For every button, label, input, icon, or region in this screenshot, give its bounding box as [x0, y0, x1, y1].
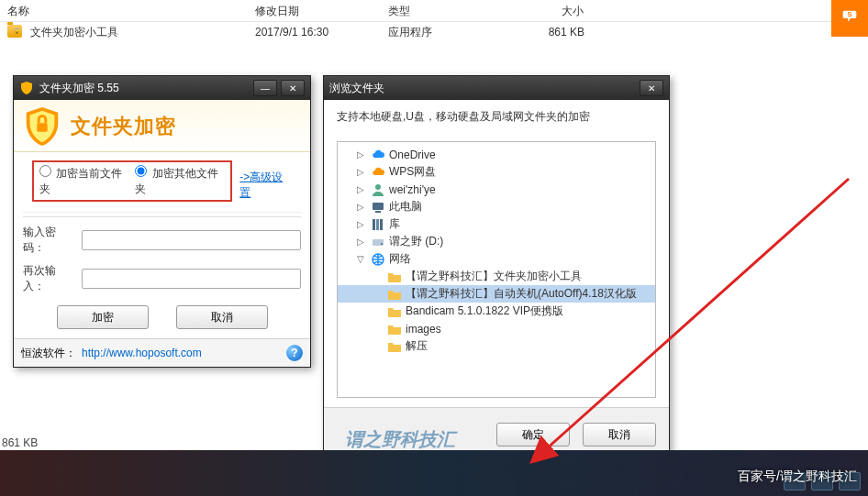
expand-toggle[interactable]: ▷ [354, 184, 367, 194]
cancel-button[interactable]: 取消 [583, 423, 656, 446]
folder-icon [387, 270, 402, 284]
svg-rect-3 [373, 203, 384, 210]
tree-item[interactable]: ▷库 [338, 215, 655, 233]
tree-item[interactable]: Bandicam 5.1.0.1822 VIP便携版 [338, 303, 655, 320]
expand-toggle[interactable]: ▷ [354, 202, 367, 212]
tree-item-label: WPS网盘 [389, 164, 441, 180]
svg-point-2 [375, 184, 381, 190]
folder-tree[interactable]: ▷OneDrive▷WPS网盘▷wei'zhi'ye▷此电脑▷库▷谓之野 (D:… [337, 141, 656, 398]
side-app-icon[interactable]: S [831, 0, 868, 37]
password-confirm-label: 再次输入： [23, 263, 76, 294]
tree-item[interactable]: ▷此电脑 [338, 198, 655, 215]
browse-description: 支持本地硬盘,U盘，移动硬盘及局域网文件夹的加密 [337, 109, 656, 125]
net-icon [371, 252, 385, 267]
header-name[interactable]: 名称 [0, 0, 248, 21]
row-date: 2017/9/1 16:30 [248, 24, 381, 40]
dialog-body: 加密当前文件夹 加密其他文件夹 ->高级设置 输入密码： 再次输入： 加密 取消 [14, 152, 310, 338]
password-label: 输入密码： [23, 225, 76, 256]
tree-item[interactable]: 【谓之野科技汇】自动关机(AutoOff)4.18汉化版 [338, 285, 655, 303]
radio-other-folder[interactable]: 加密其他文件夹 [135, 165, 225, 197]
tree-item[interactable]: 【谓之野科技汇】文件夹加密小工具 [338, 268, 655, 285]
svg-rect-1 [37, 123, 48, 132]
header-date[interactable]: 修改日期 [248, 0, 381, 21]
person-icon [371, 182, 385, 197]
password-confirm-input[interactable] [82, 269, 301, 289]
dialog-footer: 恒波软件： http://www.hoposoft.com ? [14, 338, 310, 367]
status-bar: 861 KB [2, 436, 38, 449]
pc-icon [371, 200, 385, 215]
password-input[interactable] [82, 230, 301, 250]
tree-item-label: 【谓之野科技汇】自动关机(AutoOff)4.18汉化版 [406, 286, 642, 302]
close-button[interactable]: ✕ [640, 80, 663, 96]
tree-item-label: 网络 [389, 251, 417, 267]
close-button[interactable]: ✕ [281, 80, 305, 96]
row-size: 861 KB [482, 24, 592, 40]
window-title: 浏览文件夹 [329, 81, 636, 96]
tree-item[interactable]: ▷谓之野 (D:) [338, 233, 655, 250]
expand-toggle[interactable]: ▷ [354, 219, 367, 229]
cloud-blue-icon [371, 148, 385, 162]
window-title: 文件夹加密 5.55 [39, 81, 250, 96]
folder-icon [387, 287, 402, 302]
tree-item-label: 库 [389, 216, 406, 232]
help-icon[interactable]: ? [286, 345, 303, 361]
svg-rect-4 [375, 211, 381, 213]
drive-icon [371, 235, 385, 249]
explorer-header: 名称 修改日期 类型 大小 [0, 0, 868, 22]
folder-icon [387, 339, 402, 354]
tree-item-label: wei'zhi'ye [389, 183, 441, 196]
titlebar[interactable]: 文件夹加密 5.55 — ✕ [14, 76, 310, 100]
tree-item-label: 此电脑 [389, 199, 428, 215]
svg-point-9 [381, 243, 383, 245]
tree-item[interactable]: ▷WPS网盘 [338, 163, 655, 181]
expand-toggle[interactable]: ▷ [354, 167, 367, 177]
browse-folder-dialog: 浏览文件夹 ✕ 支持本地硬盘,U盘，移动硬盘及局域网文件夹的加密 ▷OneDri… [323, 75, 670, 460]
folder-icon: 🔒 [7, 25, 22, 38]
tree-item-label: 【谓之野科技汇】文件夹加密小工具 [406, 269, 587, 284]
radio-group-highlight: 加密当前文件夹 加密其他文件夹 [32, 160, 232, 202]
minimize-button[interactable]: — [253, 80, 277, 96]
tree-item[interactable]: ▷wei'zhi'ye [338, 181, 655, 198]
cloud-orange-icon [371, 165, 385, 180]
app-icon [19, 81, 34, 95]
tree-item[interactable]: images [338, 320, 655, 337]
tree-item[interactable]: 解压 [338, 337, 655, 355]
footer-label: 恒波软件： [21, 346, 76, 361]
banner-title: 文件夹加密 [71, 113, 176, 140]
svg-rect-7 [380, 219, 383, 230]
svg-text:S: S [848, 10, 852, 18]
tree-item[interactable]: ▽网络 [338, 250, 655, 268]
attribution-text: 百家号/谓之野科技汇 [738, 468, 857, 485]
expand-toggle[interactable]: ▷ [354, 237, 367, 247]
ok-button[interactable]: 确定 [496, 423, 570, 446]
radio-current-folder[interactable]: 加密当前文件夹 [39, 165, 129, 197]
titlebar[interactable]: 浏览文件夹 ✕ [324, 76, 669, 100]
header-size[interactable]: 大小 [482, 0, 592, 21]
folder-icon [387, 304, 402, 319]
svg-rect-5 [373, 219, 375, 230]
shield-icon [21, 105, 63, 148]
tree-item[interactable]: ▷OneDrive [338, 146, 655, 163]
advanced-settings-link[interactable]: ->高级设置 [239, 170, 292, 201]
header-type[interactable]: 类型 [381, 0, 482, 21]
tree-item-label: 解压 [406, 338, 433, 354]
explorer-row[interactable]: 🔒 文件夹加密小工具 2017/9/1 16:30 应用程序 861 KB [0, 22, 868, 42]
tree-item-label: 谓之野 (D:) [389, 234, 449, 249]
encrypt-button[interactable]: 加密 [57, 305, 149, 329]
lock-overlay-icon: 🔒 [13, 28, 21, 35]
cancel-button[interactable]: 取消 [176, 305, 268, 329]
banner: 文件夹加密 [14, 100, 310, 152]
folder-icon [387, 322, 402, 336]
tree-item-label: images [406, 323, 447, 336]
tree-item-label: OneDrive [389, 149, 441, 161]
row-name: 文件夹加密小工具 [30, 26, 118, 39]
row-type: 应用程序 [381, 23, 482, 42]
svg-rect-6 [376, 219, 379, 230]
footer-link[interactable]: http://www.hoposoft.com [82, 347, 202, 359]
expand-toggle[interactable]: ▷ [354, 149, 367, 160]
tree-item-label: Bandicam 5.1.0.1822 VIP便携版 [406, 303, 569, 319]
encryption-dialog: 文件夹加密 5.55 — ✕ 文件夹加密 加密当前文件夹 加密其他文件夹 ->高… [13, 75, 311, 368]
lib-icon [371, 217, 385, 232]
expand-toggle[interactable]: ▽ [354, 254, 367, 264]
